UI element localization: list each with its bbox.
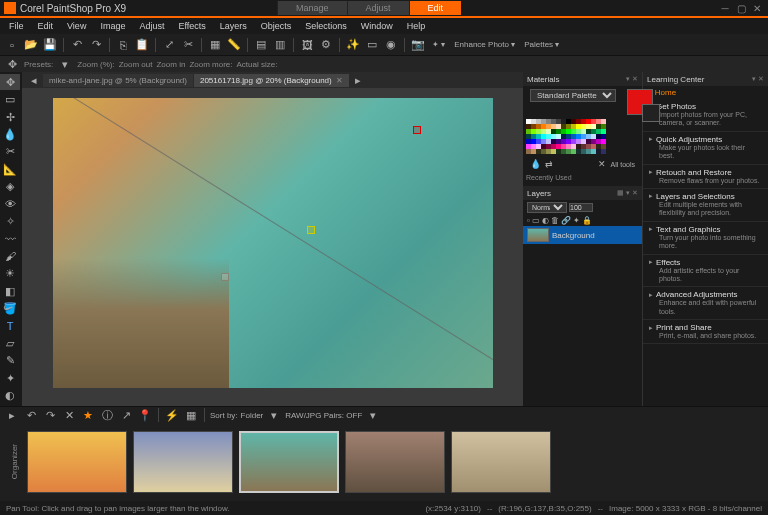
resize-icon[interactable]: ⤢ bbox=[161, 37, 177, 53]
mode-adjust[interactable]: Adjust bbox=[347, 1, 409, 15]
menu-help[interactable]: Help bbox=[402, 20, 431, 32]
paste-icon[interactable]: 📋 bbox=[134, 37, 150, 53]
foreground-swatch[interactable] bbox=[627, 89, 653, 115]
undo-icon[interactable]: ↶ bbox=[69, 37, 85, 53]
delete-layer-icon[interactable]: 🗑 bbox=[551, 216, 559, 225]
crop-tool[interactable]: ✂ bbox=[0, 144, 20, 160]
new-icon[interactable]: ▫ bbox=[4, 37, 20, 53]
curve-node[interactable] bbox=[221, 273, 229, 281]
eraser-tool[interactable]: ◧ bbox=[0, 283, 20, 299]
menu-edit[interactable]: Edit bbox=[33, 20, 59, 32]
canvas[interactable] bbox=[53, 98, 493, 388]
rawjpg-dropdown-icon[interactable]: ▾ bbox=[365, 407, 381, 423]
star-icon[interactable]: ✦ ▾ bbox=[429, 40, 448, 49]
rawjpg-label[interactable]: RAW/JPG Pairs: OFF bbox=[285, 411, 362, 420]
redo-icon[interactable]: ↷ bbox=[88, 37, 104, 53]
copy-icon[interactable]: ⎘ bbox=[115, 37, 131, 53]
new-layer-icon[interactable]: ▫ bbox=[527, 216, 530, 225]
minimize-icon[interactable]: ─ bbox=[718, 2, 732, 14]
menu-window[interactable]: Window bbox=[356, 20, 398, 32]
redeye-tool[interactable]: 👁 bbox=[0, 196, 20, 212]
brush-tool[interactable]: 🖌 bbox=[0, 248, 20, 264]
sort-dropdown-icon[interactable]: ▾ bbox=[266, 407, 282, 423]
learning-item[interactable]: Advanced AdjustmentsEnhance and edit wit… bbox=[643, 287, 768, 320]
close-icon[interactable]: ✕ bbox=[750, 2, 764, 14]
lock-icon[interactable]: ✕ bbox=[598, 159, 606, 169]
menu-selections[interactable]: Selections bbox=[300, 20, 352, 32]
frames-icon[interactable]: ▭ bbox=[364, 37, 380, 53]
fx-icon[interactable]: ✦ bbox=[573, 216, 580, 225]
maximize-icon[interactable]: ▢ bbox=[734, 2, 748, 14]
smart-tool[interactable]: ✦ bbox=[0, 370, 20, 386]
mask-icon[interactable]: ◐ bbox=[542, 216, 549, 225]
link-icon[interactable]: 🔗 bbox=[561, 216, 571, 225]
ruler-icon[interactable]: 📏 bbox=[226, 37, 242, 53]
pen-tool[interactable]: ✎ bbox=[0, 353, 20, 369]
move-tool[interactable]: ✢ bbox=[0, 109, 20, 125]
color-swatch[interactable] bbox=[601, 149, 606, 154]
panel-min-icon[interactable]: ▾ bbox=[752, 75, 756, 83]
panel-menu-icon[interactable]: ▦ bbox=[617, 189, 624, 197]
oil-tool[interactable]: ◐ bbox=[0, 388, 20, 404]
learning-item[interactable]: Print and SharePrint, e-mail, and share … bbox=[643, 320, 768, 344]
pan-tool[interactable]: ✥ bbox=[0, 74, 20, 90]
learning-item[interactable]: Get PhotosImport photos from your PC, ca… bbox=[643, 99, 768, 132]
layers-icon[interactable]: ▤ bbox=[253, 37, 269, 53]
document-tab-1[interactable]: mike-and-jane.jpg @ 5% (Background) bbox=[43, 74, 193, 87]
layer-background[interactable]: Background bbox=[523, 226, 642, 244]
menu-file[interactable]: File bbox=[4, 20, 29, 32]
tab-next-icon[interactable]: ▸ bbox=[350, 72, 366, 88]
learning-item[interactable]: EffectsAdd artistic effects to your phot… bbox=[643, 255, 768, 288]
menu-image[interactable]: Image bbox=[95, 20, 130, 32]
thumbnail-selected[interactable] bbox=[239, 431, 339, 493]
thumbnail[interactable] bbox=[133, 431, 233, 493]
palette-select[interactable]: Standard Palette bbox=[530, 89, 616, 102]
batch-icon[interactable]: ⚙ bbox=[318, 37, 334, 53]
thumbnail[interactable] bbox=[345, 431, 445, 493]
org-delete-icon[interactable]: ✕ bbox=[61, 407, 77, 423]
learning-item[interactable]: Quick AdjustmentsMake your photos look t… bbox=[643, 132, 768, 165]
grid-icon[interactable]: ▦ bbox=[207, 37, 223, 53]
deform-tool[interactable]: ◈ bbox=[0, 179, 20, 195]
org-rotate-left-icon[interactable]: ↶ bbox=[23, 407, 39, 423]
org-batch-icon[interactable]: ▦ bbox=[183, 407, 199, 423]
fill-tool[interactable]: 🪣 bbox=[0, 300, 20, 316]
tab-prev-icon[interactable]: ◂ bbox=[26, 72, 42, 88]
learning-item[interactable]: Retouch and RestoreRemove flaws from you… bbox=[643, 165, 768, 189]
dropper-icon[interactable]: 💧 bbox=[530, 159, 541, 169]
sort-folder[interactable]: Folder bbox=[241, 411, 264, 420]
menu-view[interactable]: View bbox=[62, 20, 91, 32]
mode-manage[interactable]: Manage bbox=[277, 1, 347, 15]
curve-node[interactable] bbox=[93, 335, 101, 343]
panel-min-icon[interactable]: ▾ bbox=[626, 75, 630, 83]
curve-node-yellow[interactable] bbox=[307, 226, 315, 234]
swap-icon[interactable]: ⇄ bbox=[545, 159, 553, 169]
panel-close-icon[interactable]: ✕ bbox=[758, 75, 764, 83]
color-palette-grid[interactable] bbox=[526, 119, 639, 154]
browse-icon[interactable]: 🖼 bbox=[299, 37, 315, 53]
enhance-menu[interactable]: Enhance Photo ▾ bbox=[451, 40, 518, 49]
lighten-tool[interactable]: ☀ bbox=[0, 266, 20, 282]
text-tool[interactable]: T bbox=[0, 318, 20, 334]
histogram-icon[interactable]: ▥ bbox=[272, 37, 288, 53]
panel-close-icon[interactable]: ✕ bbox=[632, 75, 638, 83]
dropper-tool[interactable]: 💧 bbox=[0, 126, 20, 142]
org-expand-icon[interactable]: ▸ bbox=[4, 407, 20, 423]
org-rotate-right-icon[interactable]: ↷ bbox=[42, 407, 58, 423]
panel-close-icon[interactable]: ✕ bbox=[632, 189, 638, 197]
twain-icon[interactable]: 📷 bbox=[410, 37, 426, 53]
background-swatch[interactable] bbox=[642, 104, 660, 122]
menu-objects[interactable]: Objects bbox=[256, 20, 297, 32]
new-group-icon[interactable]: ▭ bbox=[532, 216, 540, 225]
lock-layer-icon[interactable]: 🔒 bbox=[582, 216, 592, 225]
thumbnail[interactable] bbox=[451, 431, 551, 493]
org-star-icon[interactable]: ★ bbox=[80, 407, 96, 423]
org-map-icon[interactable]: 📍 bbox=[137, 407, 153, 423]
palettes-menu[interactable]: Palettes ▾ bbox=[521, 40, 562, 49]
curve-node-red[interactable] bbox=[413, 126, 421, 134]
learning-item[interactable]: Layers and SelectionsEdit multiple eleme… bbox=[643, 189, 768, 222]
select-tool[interactable]: ▭ bbox=[0, 91, 20, 107]
straighten-tool[interactable]: 📐 bbox=[0, 161, 20, 177]
tubes-icon[interactable]: ◉ bbox=[383, 37, 399, 53]
learning-home[interactable]: ⌂ Home bbox=[643, 86, 768, 99]
